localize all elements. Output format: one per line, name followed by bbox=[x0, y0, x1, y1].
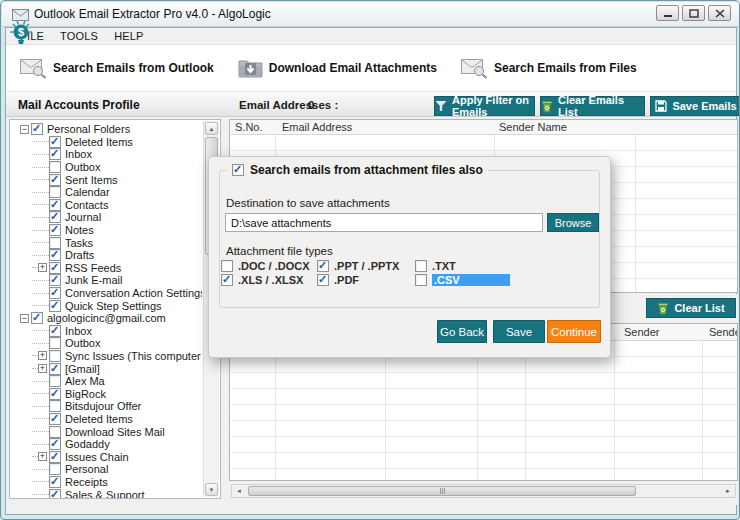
filetype-checkbox[interactable] bbox=[317, 260, 329, 272]
tree-item-godaddy[interactable]: Godaddy bbox=[12, 438, 202, 451]
folder-checkbox[interactable] bbox=[49, 363, 61, 375]
horizontal-scrollbar-thumb[interactable] bbox=[248, 486, 636, 496]
toolbar-button-download-email-attachments[interactable]: Download Email Attachments bbox=[238, 58, 437, 79]
tree-item-personal[interactable]: Personal bbox=[12, 463, 202, 476]
clear-list-button[interactable]: Clear List bbox=[646, 298, 736, 318]
tree-item-drafts[interactable]: Drafts bbox=[12, 249, 202, 262]
tree-item-bigrock[interactable]: BigRock bbox=[12, 387, 202, 400]
clear-emails-list-button[interactable]: Clear Emails List bbox=[540, 96, 645, 116]
folder-checkbox[interactable] bbox=[49, 211, 61, 223]
folder-checkbox[interactable] bbox=[49, 274, 61, 286]
tree-item-receipts[interactable]: Receipts bbox=[12, 476, 202, 489]
folder-checkbox[interactable] bbox=[49, 300, 61, 312]
folder-checkbox[interactable] bbox=[31, 123, 43, 135]
expand-icon[interactable]: + bbox=[38, 364, 47, 373]
go-back-button[interactable]: Go Back bbox=[437, 320, 487, 343]
folder-checkbox[interactable] bbox=[49, 186, 61, 198]
folder-checkbox[interactable] bbox=[49, 400, 61, 412]
folder-checkbox[interactable] bbox=[49, 237, 61, 249]
folder-checkbox[interactable] bbox=[49, 325, 61, 337]
folder-checkbox[interactable] bbox=[49, 426, 61, 438]
folder-checkbox[interactable] bbox=[49, 463, 61, 475]
tree-item-outbox[interactable]: Outbox bbox=[12, 337, 202, 350]
filetype-checkbox[interactable] bbox=[221, 274, 233, 286]
tree-item-sync-issues-this-computer-only[interactable]: +Sync Issues (This computer only) bbox=[12, 350, 202, 363]
destination-input[interactable] bbox=[225, 213, 543, 232]
save-emails-button[interactable]: Save Emails bbox=[650, 96, 740, 116]
tree-item-conversation-action-settings[interactable]: Conversation Action Settings bbox=[12, 287, 202, 300]
horizontal-scrollbar[interactable]: ◄ ► bbox=[231, 484, 736, 498]
tree-item-issues-chain[interactable]: +Issues Chain bbox=[12, 450, 202, 463]
tree-item-sent-items[interactable]: Sent Items bbox=[12, 173, 202, 186]
tree-item-inbox[interactable]: Inbox bbox=[12, 148, 202, 161]
folder-checkbox[interactable] bbox=[49, 350, 61, 362]
folder-checkbox[interactable] bbox=[49, 136, 61, 148]
folder-checkbox[interactable] bbox=[49, 451, 61, 463]
tree-item-deleted-items[interactable]: Deleted Items bbox=[12, 413, 202, 426]
expand-icon[interactable]: + bbox=[38, 351, 47, 360]
browse-button[interactable]: Browse bbox=[547, 213, 599, 232]
tree-item-rss-feeds[interactable]: +RSS Feeds bbox=[12, 262, 202, 275]
filetype-checkbox[interactable] bbox=[415, 274, 427, 286]
scroll-right-icon[interactable]: ► bbox=[721, 485, 735, 497]
scroll-left-icon[interactable]: ◄ bbox=[232, 485, 246, 497]
folder-checkbox[interactable] bbox=[49, 337, 61, 349]
apply-filter-on-emails-button[interactable]: Apply Filter on Emails bbox=[434, 96, 535, 116]
tree-item-algologicinc-gmail-com[interactable]: −algologicinc@gmail.com bbox=[12, 312, 202, 325]
folder-checkbox[interactable] bbox=[49, 388, 61, 400]
tree-item-notes[interactable]: Notes bbox=[12, 224, 202, 237]
tree-item-bitsdujour-offer[interactable]: Bitsdujour Offer bbox=[12, 400, 202, 413]
filetype-checkbox[interactable] bbox=[415, 260, 427, 272]
folder-checkbox[interactable] bbox=[49, 161, 61, 173]
expand-icon[interactable]: + bbox=[38, 263, 47, 272]
tree-connector bbox=[32, 444, 49, 445]
filetype-checkbox[interactable] bbox=[317, 274, 329, 286]
filetype-csv[interactable]: .CSV bbox=[415, 273, 510, 286]
collapse-icon[interactable]: − bbox=[20, 314, 29, 323]
filetype-ppt-pptx[interactable]: .PPT / .PPTX bbox=[317, 259, 399, 272]
save-button[interactable]: Save bbox=[493, 320, 545, 343]
folder-checkbox[interactable] bbox=[49, 489, 61, 498]
folder-checkbox[interactable] bbox=[49, 148, 61, 160]
continue-button[interactable]: Continue bbox=[547, 320, 601, 343]
filetype-checkbox[interactable] bbox=[221, 260, 233, 272]
folder-checkbox[interactable] bbox=[49, 249, 61, 261]
expand-icon[interactable]: + bbox=[38, 452, 47, 461]
tree-item-junk-e-mail[interactable]: Junk E-mail bbox=[12, 274, 202, 287]
filetype-xls-xlsx[interactable]: .XLS / .XLSX bbox=[221, 273, 303, 286]
folder-checkbox[interactable] bbox=[31, 312, 43, 324]
collapse-icon[interactable]: − bbox=[20, 125, 29, 134]
tree-item-inbox[interactable]: Inbox bbox=[12, 325, 202, 338]
tree-item-contacts[interactable]: Contacts bbox=[12, 199, 202, 212]
tree-item-alex-ma[interactable]: Alex Ma bbox=[12, 375, 202, 388]
folder-checkbox[interactable] bbox=[49, 476, 61, 488]
scroll-up-icon[interactable]: ▲ bbox=[205, 122, 218, 135]
search-attachments-checkbox[interactable] bbox=[232, 164, 244, 176]
tree-item-download-sites-mail[interactable]: Download Sites Mail bbox=[12, 425, 202, 438]
tree-item-journal[interactable]: Journal bbox=[12, 211, 202, 224]
filetype-txt[interactable]: .TXT bbox=[415, 259, 456, 272]
folder-checkbox[interactable] bbox=[49, 287, 61, 299]
scroll-down-icon[interactable]: ▼ bbox=[205, 483, 218, 496]
folder-label: Calendar bbox=[65, 186, 110, 198]
tree-item-gmail[interactable]: +[Gmail] bbox=[12, 362, 202, 375]
tree-item-calendar[interactable]: Calendar bbox=[12, 186, 202, 199]
tree-item-sales-support[interactable]: Sales & Support bbox=[12, 488, 202, 498]
tree-item-deleted-items[interactable]: Deleted Items bbox=[12, 136, 202, 149]
folder-checkbox[interactable] bbox=[49, 262, 61, 274]
tree-item-quick-step-settings[interactable]: Quick Step Settings bbox=[12, 299, 202, 312]
folder-checkbox[interactable] bbox=[49, 438, 61, 450]
toolbar-button-search-emails-from-files[interactable]: Search Emails from Files bbox=[461, 57, 637, 79]
tree-item-outbox[interactable]: Outbox bbox=[12, 161, 202, 174]
filetype-pdf[interactable]: .PDF bbox=[317, 273, 359, 286]
tree-item-personal-folders[interactable]: −Personal Folders bbox=[12, 123, 202, 136]
folder-checkbox[interactable] bbox=[49, 224, 61, 236]
tree-item-tasks[interactable]: Tasks bbox=[12, 236, 202, 249]
toolbar-button-search-emails-from-outlook[interactable]: Search Emails from Outlook bbox=[20, 57, 214, 79]
folder-checkbox[interactable] bbox=[49, 413, 61, 425]
folder-checkbox[interactable] bbox=[49, 375, 61, 387]
folder-checkbox[interactable] bbox=[49, 199, 61, 211]
bulb-dollar-icon[interactable]: $ bbox=[6, 18, 36, 48]
filetype-doc-docx[interactable]: .DOC / .DOCX bbox=[221, 259, 310, 272]
folder-checkbox[interactable] bbox=[49, 174, 61, 186]
